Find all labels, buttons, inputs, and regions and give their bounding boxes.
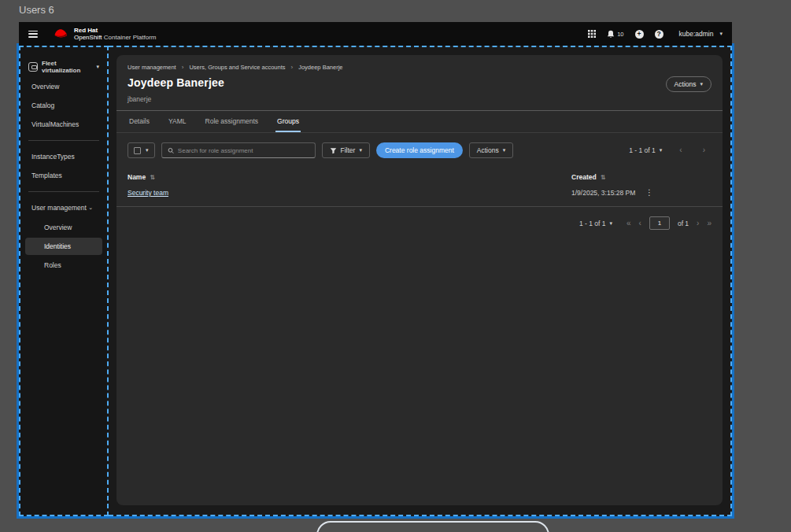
page-label: Users 6 [19,4,54,16]
page-title: Joydeep Banerjee [128,76,224,89]
column-header-name[interactable]: Name [128,173,146,181]
tab-bar: Details YAML Role assignments Groups [116,111,723,133]
first-page-button[interactable]: « [627,220,631,227]
column-header-created[interactable]: Created [571,173,597,181]
partial-dialog-outline [316,521,549,532]
filter-icon [330,147,337,154]
plus-circle-icon: + [635,30,644,39]
chevron-right-icon: › [182,64,184,71]
content-region: User management › Users, Groups and Serv… [109,46,732,516]
checkbox-icon [134,147,141,154]
next-page-button[interactable]: › [703,146,705,154]
sidebar-item-overview[interactable]: Overview [20,77,107,96]
toolbar: ▾ Filter ▾ [128,142,712,158]
perspective-label: Fleet virtualization [42,60,92,74]
page-panel: User management › Users, Groups and Serv… [116,55,723,505]
tab-groups[interactable]: Groups [275,111,301,132]
bottom-pagination: 1 - 1 of 1 ▾ « ‹ of 1 › » [128,216,712,230]
sort-icon: ⇅ [150,174,155,181]
tab-role-assignments[interactable]: Role assignments [204,111,261,132]
toolbar-actions-button[interactable]: Actions ▾ [469,142,513,158]
app-window: Red Hat OpenShift Container Platform [19,22,732,516]
breadcrumb-current: Joydeep Banerje [298,64,342,71]
pagination-summary-dropdown[interactable]: 1 - 1 of 1 ▾ [629,146,662,154]
page-number-input[interactable] [649,216,670,230]
page-subtitle: jbanerje [128,95,712,103]
prev-page-button[interactable]: ‹ [679,146,682,154]
search-input[interactable] [178,147,309,154]
filter-button[interactable]: Filter ▾ [322,142,370,158]
grid-icon [588,30,596,38]
search-box [161,142,316,158]
chevron-down-icon: ⌄ [88,205,93,211]
sidebar-divider [28,140,99,141]
help-button[interactable]: ? [655,30,663,39]
chevron-right-icon: › [291,64,294,71]
breadcrumb-users-groups[interactable]: Users, Groups and Service accounts [189,64,285,71]
user-menu[interactable]: kube:admin ▾ [679,30,723,38]
table-row: Security team 1/9/2025, 3:15:28 PM ⋮ [116,185,723,207]
prev-page-button[interactable]: ‹ [639,220,641,227]
app-body: Fleet virtualization ▾ Overview Catalog … [19,46,732,516]
sort-icon: ⇅ [601,174,606,181]
redhat-brand[interactable]: Red Hat OpenShift Container Platform [52,27,157,41]
table-header: Name ⇅ Created ⇅ [116,169,723,185]
bell-icon [607,30,615,39]
tab-yaml[interactable]: YAML [167,111,188,132]
chevron-down-icon: ▾ [660,147,663,153]
group-link-security-team[interactable]: Security team [128,189,168,197]
create-role-assignment-button[interactable]: Create role assignment [376,142,463,158]
perspective-switcher[interactable]: Fleet virtualization ▾ [20,57,107,77]
chevron-down-icon: ▾ [146,147,149,153]
breadcrumb-user-management[interactable]: User management [128,64,176,71]
bulk-select-dropdown[interactable]: ▾ [128,142,155,158]
sidebar-item-um-overview[interactable]: Overview [25,219,102,236]
user-menu-label: kube:admin [679,30,714,38]
sidebar-item-um-identities[interactable]: Identities [25,238,102,255]
sidebar-item-um-roles[interactable]: Roles [25,257,102,274]
sidebar-item-virtualmachines[interactable]: VirtualMachines [20,115,107,134]
chevron-down-icon: ▾ [609,220,612,227]
pagination-summary-dropdown[interactable]: 1 - 1 of 1 ▾ [579,220,612,227]
redhat-logo-icon [52,28,69,40]
chevron-down-icon: ▾ [359,147,362,153]
chevron-down-icon: ▾ [503,147,506,153]
sidebar-nav: Fleet virtualization ▾ Overview Catalog … [19,46,109,516]
quick-create-button[interactable]: + [635,30,644,39]
page-actions-button[interactable]: Actions ▾ [666,76,712,92]
chevron-down-icon: ▾ [700,81,703,87]
tab-details[interactable]: Details [128,111,151,132]
question-circle-icon: ? [655,30,663,39]
masthead: Red Hat OpenShift Container Platform [19,22,732,46]
perspective-icon [28,62,38,72]
sidebar-group-label: User management [31,204,87,212]
notifications-button[interactable]: 10 [607,30,623,39]
row-created-timestamp: 1/9/2025, 3:15:28 PM [571,189,635,197]
notification-count: 10 [617,31,623,38]
chevron-down-icon: ▾ [96,64,99,70]
sidebar-group-user-management[interactable]: User management ⌄ [20,198,107,217]
search-icon [168,147,174,154]
sidebar-item-instancetypes[interactable]: InstanceTypes [20,147,107,166]
hamburger-icon[interactable] [28,31,38,38]
sidebar-item-catalog[interactable]: Catalog [20,96,107,115]
page-of-label: of 1 [678,220,689,227]
next-page-button[interactable]: › [697,220,699,227]
last-page-button[interactable]: » [707,220,712,227]
app-launcher-icon[interactable] [588,30,596,38]
brand-text: Red Hat OpenShift Container Platform [74,27,157,41]
kebab-menu-icon[interactable]: ⋮ [642,188,656,197]
breadcrumb: User management › Users, Groups and Serv… [128,64,712,71]
sidebar-item-templates[interactable]: Templates [20,166,107,185]
chevron-down-icon: ▾ [719,31,723,37]
sidebar-divider [28,191,99,192]
